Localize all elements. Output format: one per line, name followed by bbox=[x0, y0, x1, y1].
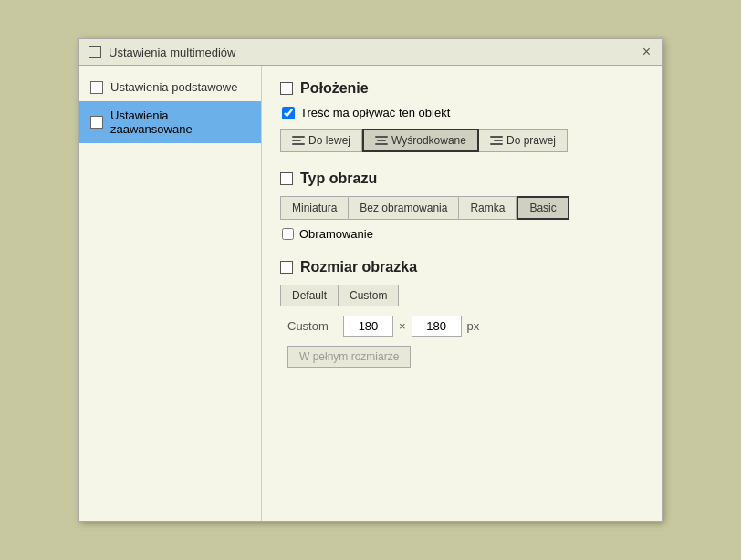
border-row: Obramowanie bbox=[282, 227, 643, 241]
size-cross: × bbox=[399, 319, 406, 333]
align-left-button[interactable]: Do lewej bbox=[280, 129, 362, 152]
dialog: Ustawienia multimediów × Ustawienia pods… bbox=[78, 38, 663, 522]
wrap-row: Treść ma opływać ten obiekt bbox=[282, 106, 643, 119]
typ-obrazu-section: Typ obrazu Miniatura Bez obramowania Ram… bbox=[280, 171, 643, 241]
width-input[interactable] bbox=[343, 316, 393, 337]
dialog-icon bbox=[89, 46, 101, 58]
default-size-button[interactable]: Default bbox=[280, 285, 339, 306]
wrap-checkbox[interactable] bbox=[282, 107, 295, 119]
polozenie-section: Położenie Treść ma opływać ten obiekt Do… bbox=[280, 80, 643, 152]
close-button[interactable]: × bbox=[641, 45, 652, 59]
rozmiar-header: Rozmiar obrazka bbox=[280, 259, 643, 275]
align-left-icon bbox=[292, 136, 305, 145]
sidebar-advanced-label: Ustawienia zaawansowane bbox=[110, 109, 250, 136]
miniatura-label: Miniatura bbox=[292, 202, 337, 214]
ramka-label: Ramka bbox=[470, 202, 505, 214]
basic-label: Basic bbox=[529, 202, 556, 214]
border-checkbox[interactable] bbox=[282, 228, 294, 240]
polozenie-title: Położenie bbox=[300, 80, 369, 97]
typ-obrazu-title: Typ obrazu bbox=[300, 171, 377, 187]
custom-size-row: Custom × px bbox=[287, 316, 643, 337]
default-size-label: Default bbox=[292, 289, 327, 302]
full-size-label: W pełnym rozmiarze bbox=[299, 350, 399, 363]
rozmiar-section: Rozmiar obrazka Default Custom Custom × … bbox=[280, 259, 643, 368]
sidebar: Ustawienia podstawowe Ustawienia zaawans… bbox=[79, 66, 262, 521]
border-label: Obramowanie bbox=[299, 227, 373, 241]
ramka-button[interactable]: Ramka bbox=[459, 196, 517, 220]
wrap-label: Treść ma opływać ten obiekt bbox=[300, 106, 450, 119]
align-right-icon bbox=[490, 136, 503, 145]
align-left-label: Do lewej bbox=[308, 134, 350, 147]
sidebar-basic-label: Ustawienia podstawowe bbox=[110, 80, 237, 94]
full-size-button[interactable]: W pełnym rozmiarze bbox=[287, 346, 411, 368]
sidebar-item-advanced[interactable]: Ustawienia zaawansowane bbox=[79, 101, 261, 143]
miniatura-button[interactable]: Miniatura bbox=[280, 196, 349, 220]
rozmiar-title: Rozmiar obrazka bbox=[300, 259, 417, 275]
rozmiar-icon bbox=[280, 261, 293, 274]
align-right-label: Do prawej bbox=[506, 134, 556, 147]
sidebar-item-basic[interactable]: Ustawienia podstawowe bbox=[79, 73, 261, 101]
bez-obramowania-button[interactable]: Bez obramowania bbox=[349, 196, 459, 220]
main-content: Położenie Treść ma opływać ten obiekt Do… bbox=[262, 66, 662, 521]
align-right-button[interactable]: Do prawej bbox=[479, 129, 568, 152]
bez-obramowania-label: Bez obramowania bbox=[360, 202, 447, 214]
px-label: px bbox=[467, 319, 480, 333]
typ-obrazu-icon bbox=[280, 172, 293, 185]
custom-size-label: Custom bbox=[350, 289, 387, 302]
titlebar-left: Ustawienia multimediów bbox=[89, 46, 235, 59]
size-buttons: Default Custom bbox=[280, 285, 643, 306]
alignment-buttons: Do lewej Wyśrodkowane Do prawej bbox=[280, 129, 643, 152]
polozenie-icon bbox=[280, 82, 293, 95]
polozenie-header: Położenie bbox=[280, 80, 643, 97]
sidebar-basic-icon bbox=[90, 81, 103, 94]
align-center-button[interactable]: Wyśrodkowane bbox=[362, 129, 479, 152]
typ-obrazu-header: Typ obrazu bbox=[280, 171, 643, 187]
dialog-body: Ustawienia podstawowe Ustawienia zaawans… bbox=[79, 66, 662, 521]
sidebar-advanced-icon bbox=[90, 116, 103, 129]
align-center-icon bbox=[375, 136, 388, 145]
basic-button[interactable]: Basic bbox=[517, 196, 569, 220]
height-input[interactable] bbox=[412, 316, 462, 337]
custom-size-button[interactable]: Custom bbox=[339, 285, 399, 306]
custom-label: Custom bbox=[287, 319, 338, 333]
dialog-titlebar: Ustawienia multimediów × bbox=[79, 39, 662, 66]
align-center-label: Wyśrodkowane bbox=[391, 134, 466, 147]
image-type-buttons: Miniatura Bez obramowania Ramka Basic bbox=[280, 196, 643, 220]
dialog-title: Ustawienia multimediów bbox=[109, 46, 235, 59]
